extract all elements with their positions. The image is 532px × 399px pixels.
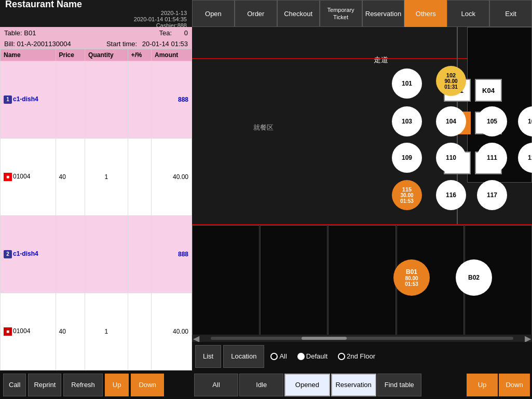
- col-price: Price: [56, 49, 85, 61]
- table-row[interactable]: 2c1-dish4 888: [1, 216, 192, 293]
- scroll-right-btn[interactable]: ▶: [524, 335, 532, 342]
- radio-2nd-floor-label: 2nd Floor: [347, 352, 375, 360]
- list-button[interactable]: List: [195, 345, 221, 368]
- row-price: [56, 61, 85, 139]
- start-time-value: 20-01-14 01:53: [142, 40, 188, 48]
- right-panel: 走道 就餐区 101 102 90.00 01:31 103 104 10: [192, 27, 532, 342]
- row-qty: 1: [85, 293, 128, 370]
- tea-label: Tea:: [159, 29, 172, 37]
- radio-all-circle: [270, 353, 278, 360]
- radio-all-label: All: [279, 352, 287, 360]
- row-price: 40: [56, 139, 85, 216]
- radio-2nd-floor[interactable]: 2nd Floor: [334, 350, 379, 362]
- temp-ticket-button[interactable]: TemporaryTicket: [320, 0, 362, 27]
- row-qty: 1: [85, 139, 128, 216]
- table-102[interactable]: 102 90.00 01:31: [436, 66, 466, 96]
- order-table: Name Price Quantity +/% Amount 1c1-dish4…: [0, 49, 192, 370]
- restaurant-info: Restaurant Name 2020-1-13 2020-01-14 01:…: [0, 0, 192, 27]
- restaurant-name: Restaurant Name: [5, 0, 187, 10]
- find-table-button[interactable]: Find table: [377, 374, 421, 396]
- table-111[interactable]: 111: [477, 143, 507, 173]
- table-105[interactable]: 105: [477, 106, 507, 136]
- exit-button[interactable]: Exit: [489, 0, 532, 27]
- tea-value: 0: [184, 29, 188, 37]
- row-adj: [128, 61, 151, 139]
- others-button[interactable]: Others: [404, 0, 447, 27]
- table-value: B01: [24, 29, 36, 37]
- reprint-bottom-button[interactable]: Reprint: [28, 374, 61, 396]
- table-info: Table: B01 Tea: 0: [0, 27, 192, 39]
- col-amount: Amount: [151, 49, 192, 61]
- row-adj: [128, 216, 151, 293]
- down-left-button[interactable]: Down: [131, 374, 163, 396]
- all-filter-button[interactable]: All: [194, 374, 238, 396]
- table-110[interactable]: 110: [436, 143, 466, 173]
- radio-default[interactable]: Default: [293, 350, 332, 362]
- start-time-label: Start time:: [106, 40, 137, 48]
- row-adj: [128, 139, 151, 216]
- left-footer-btns: Call Reprint Refresh Up Down: [0, 370, 192, 399]
- table-115[interactable]: 115 30.00 01:53: [392, 180, 422, 210]
- row-price: 40: [56, 293, 85, 370]
- table-row[interactable]: 1c1-dish4 888: [1, 61, 192, 139]
- header-date-info: 2020-1-13 2020-01-14 01:54:35 Cashier:88…: [5, 10, 187, 29]
- row-adj: [128, 293, 151, 370]
- row-amount: 888: [151, 216, 192, 293]
- opened-filter-button[interactable]: Opened: [284, 374, 330, 396]
- table-101[interactable]: 101: [392, 68, 422, 99]
- call-bottom-button[interactable]: Call: [3, 374, 26, 396]
- scrollbar-track[interactable]: [211, 337, 513, 340]
- table-116[interactable]: 116: [436, 180, 466, 210]
- scrollbar-thumb[interactable]: [302, 337, 347, 340]
- down-right-button[interactable]: Down: [499, 374, 530, 396]
- row-price: [56, 216, 85, 293]
- dining-label: 就餐区: [253, 123, 274, 132]
- header: Restaurant Name 2020-1-13 2020-01-14 01:…: [0, 0, 532, 27]
- order-button[interactable]: Order: [235, 0, 277, 27]
- row-qty: [85, 61, 128, 139]
- lock-button[interactable]: Lock: [447, 0, 489, 27]
- reservation-button[interactable]: Reservation: [362, 0, 405, 27]
- checkout-button[interactable]: Checkout: [277, 0, 320, 27]
- col-name: Name: [1, 49, 56, 61]
- table-k04[interactable]: K04: [475, 79, 502, 102]
- up-left-button[interactable]: Up: [105, 374, 129, 396]
- scroll-left-btn[interactable]: ◀: [192, 335, 200, 342]
- table-label: Table:: [4, 29, 22, 37]
- table-b02[interactable]: B02: [456, 259, 492, 296]
- bill-info: Bill: 01-A-2001130004 Start time: 20-01-…: [0, 39, 192, 49]
- row-code: ■01004: [1, 139, 56, 216]
- row-amount: 40.00: [151, 139, 192, 216]
- bill-label: Bill:: [4, 40, 15, 48]
- idle-filter-button[interactable]: Idle: [239, 374, 283, 396]
- row-qty: [85, 216, 128, 293]
- open-button[interactable]: Open: [192, 0, 235, 27]
- table-row[interactable]: ■01004 40 1 40.00: [1, 139, 192, 216]
- radio-default-label: Default: [306, 352, 328, 360]
- corridor-label: 走道: [374, 56, 388, 65]
- table-104[interactable]: 104: [436, 106, 466, 136]
- radio-2nd-floor-circle: [338, 353, 345, 360]
- col-qty: Quantity: [85, 49, 128, 61]
- table-row[interactable]: ■01004 40 1 40.00: [1, 293, 192, 370]
- row-amount: 888: [151, 61, 192, 139]
- table-103[interactable]: 103: [392, 106, 422, 136]
- table-109[interactable]: 109: [392, 143, 422, 173]
- location-button[interactable]: Location: [223, 345, 264, 368]
- floor-plan: 走道 就餐区 101 102 90.00 01:31 103 104 10: [192, 27, 532, 342]
- up-right-button[interactable]: Up: [467, 374, 498, 396]
- row-code: ■01004: [1, 293, 56, 370]
- bottom-footer: All Idle Opened Reservation Find table U…: [192, 370, 532, 399]
- table-b01[interactable]: B01 80.00 01:53: [393, 259, 430, 296]
- date2: 2020-01-14 01:54:35: [134, 16, 187, 22]
- row-name: 2c1-dish4: [1, 216, 56, 293]
- row-amount: 40.00: [151, 293, 192, 370]
- bill-value: 01-A-2001130004: [17, 40, 71, 48]
- reservation-filter-button[interactable]: Reservation: [331, 374, 376, 396]
- table-117[interactable]: 117: [477, 180, 507, 210]
- radio-all[interactable]: All: [266, 350, 291, 362]
- left-panel: Table: B01 Tea: 0 Bill: 01-A-2001130004 …: [0, 27, 192, 370]
- radio-default-circle: [297, 353, 305, 360]
- col-adj: +/%: [128, 49, 151, 61]
- refresh-button[interactable]: Refresh: [63, 374, 103, 396]
